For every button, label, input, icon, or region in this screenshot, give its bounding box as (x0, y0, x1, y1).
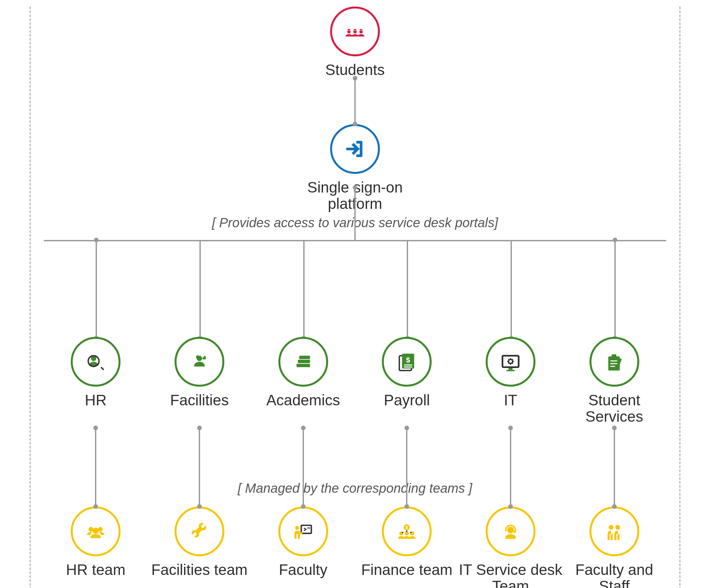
facilities-team-icon (188, 520, 211, 543)
hr-icon (84, 350, 107, 373)
student-services-node: Student Services (578, 337, 650, 428)
facilities-team-node: Facilities team (151, 507, 247, 588)
columns: [ Managed by the corresponding teams ] H… (44, 337, 666, 588)
hr-team-node: HR team (66, 507, 125, 588)
student-services-label: Student Services (578, 392, 650, 428)
academics-service-node: Academics (266, 337, 340, 428)
it-label: IT (504, 392, 517, 428)
col-academics: Academics Faculty (251, 337, 355, 588)
students-node: Students (325, 6, 385, 78)
faculty-label: Faculty (279, 562, 328, 588)
facilities-label: Facilities (170, 392, 229, 428)
finance-team-icon (395, 520, 418, 543)
staff-team-node: Faculty and Staff (562, 507, 666, 588)
connector-student-services (614, 428, 615, 507)
payroll-icon (395, 350, 418, 373)
hr-service-node: HR (71, 337, 120, 428)
col-student-services: Student Services Faculty and Staff (562, 337, 666, 588)
students-icon (344, 20, 366, 43)
connector-academics (303, 428, 304, 507)
staff-label: Faculty and Staff (562, 562, 666, 588)
finance-team-node: Finance team (361, 507, 453, 588)
facilities-service-node: Facilities (170, 337, 229, 428)
faculty-team-node: Faculty (278, 507, 328, 588)
it-team-node: IT Service desk Team (459, 507, 563, 588)
academics-icon (292, 350, 315, 373)
it-icon (499, 350, 522, 373)
facilities-team-label: Facilities team (151, 562, 247, 588)
connector-it (510, 428, 511, 507)
payroll-service-node: Payroll (382, 337, 432, 428)
hr-label: HR (85, 392, 106, 428)
diagram-root: Students Single sign-on platform [ Provi… (0, 0, 710, 588)
connector-root-sso (354, 78, 356, 124)
hr-team-icon (84, 520, 107, 543)
academics-label: Academics (266, 392, 340, 428)
connector-fan (44, 240, 666, 338)
col-facilities: Facilities Facilities team (148, 337, 252, 588)
it-team-icon (499, 520, 522, 543)
finance-team-label: Finance team (361, 562, 453, 588)
payroll-label: Payroll (384, 392, 430, 428)
col-payroll: Payroll Finance team (355, 337, 459, 588)
staff-icon (603, 520, 626, 543)
connector-facilities (199, 428, 200, 507)
diagram-frame: Students Single sign-on platform [ Provi… (29, 6, 681, 588)
connector-hr (95, 428, 96, 507)
facilities-icon (188, 350, 211, 373)
it-service-node: IT (486, 337, 536, 428)
faculty-icon (292, 520, 315, 543)
it-team-label: IT Service desk Team (459, 562, 563, 588)
login-icon (344, 138, 366, 161)
student-services-icon (603, 350, 626, 373)
connector-payroll (406, 428, 407, 507)
col-hr: HR HR team (44, 337, 148, 588)
hr-team-label: HR team (66, 562, 125, 588)
col-it: IT IT Service desk Team (459, 337, 563, 588)
